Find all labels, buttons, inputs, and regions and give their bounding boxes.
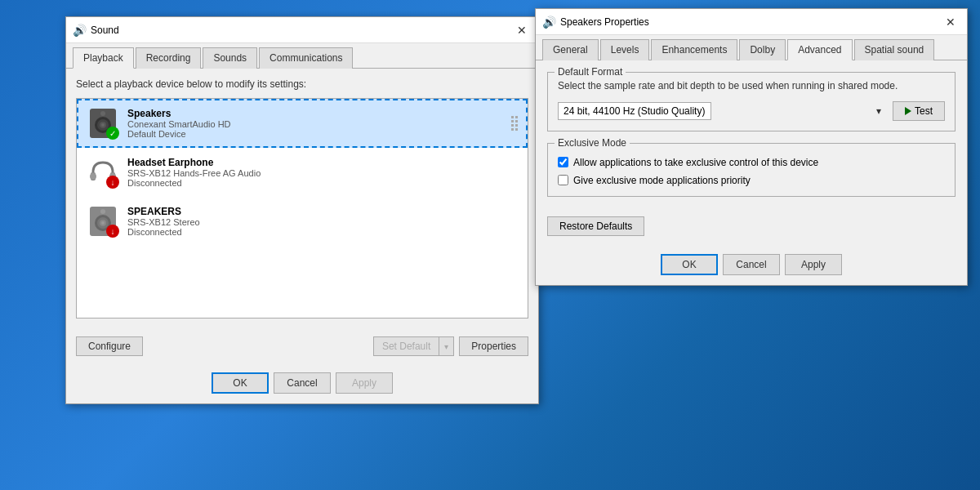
exclusive-mode-group: Exclusive Mode Allow applications to tak…: [547, 143, 956, 197]
device-info-speakers2: SPEAKERS SRS-XB12 Stereo Disconnected: [127, 206, 518, 237]
speakers-window-icon: 🔊: [542, 16, 555, 29]
set-default-group: Set Default ▾: [373, 336, 454, 356]
restore-defaults-button[interactable]: Restore Defaults: [547, 216, 644, 236]
test-label: Test: [915, 105, 933, 117]
speaker2-icon-container: ↓: [87, 205, 119, 238]
play-icon: [905, 107, 911, 115]
device-status-headset: Disconnected: [127, 178, 518, 188]
device-status-speakers2: Disconnected: [127, 227, 518, 237]
svg-point-15: [100, 209, 105, 214]
tab-spatial-sound[interactable]: Spatial sound: [854, 39, 935, 60]
default-format-title: Default Format: [555, 66, 626, 78]
drag-handle-speakers: [511, 116, 518, 131]
speakers-titlebar: 🔊 Speakers Properties ✕: [536, 9, 967, 35]
allow-exclusive-row: Allow applications to take exclusive con…: [558, 157, 945, 168]
sound-titlebar: 🔊 Sound ✕: [66, 17, 538, 43]
tab-playback[interactable]: Playback: [73, 47, 134, 69]
speakers-cancel-button[interactable]: Cancel: [723, 254, 780, 275]
sound-apply-button[interactable]: Apply: [336, 372, 393, 394]
default-format-description: Select the sample rate and bit depth to …: [558, 79, 945, 93]
device-name-headset: Headset Earphone: [127, 157, 518, 168]
svg-point-5: [100, 111, 105, 116]
allow-exclusive-label: Allow applications to take exclusive con…: [573, 157, 818, 168]
give-priority-checkbox[interactable]: [558, 175, 568, 185]
status-badge-headset: ↓: [106, 176, 119, 189]
format-select-wrapper: 16 bit, 44100 Hz (CD Quality) 24 bit, 44…: [558, 102, 886, 120]
format-row: 16 bit, 44100 Hz (CD Quality) 24 bit, 44…: [558, 101, 945, 121]
device-list: ✓ Speakers Conexant SmartAudio HD Defaul…: [76, 98, 528, 318]
device-info-headset: Headset Earphone SRS-XB12 Hands-Free AG …: [127, 157, 518, 188]
speakers-ok-button[interactable]: OK: [661, 254, 718, 275]
speakers-ok-cancel-apply: OK Cancel Apply: [536, 247, 967, 285]
configure-button[interactable]: Configure: [76, 336, 143, 356]
sound-ok-cancel-apply: OK Cancel Apply: [66, 366, 538, 403]
svg-point-4: [101, 123, 105, 127]
speakers-tabs: General Levels Enhancements Dolby Advanc…: [536, 35, 967, 60]
set-default-arrow-button[interactable]: ▾: [439, 336, 454, 356]
sound-tabs: Playback Recording Sounds Communications: [66, 43, 538, 69]
tab-sounds[interactable]: Sounds: [203, 47, 257, 69]
exclusive-mode-title: Exclusive Mode: [555, 137, 630, 149]
speakers-content: Default Format Select the sample rate an…: [536, 60, 967, 247]
status-badge-green: ✓: [106, 127, 119, 140]
allow-exclusive-checkbox[interactable]: [558, 157, 568, 167]
device-sub-headset: SRS-XB12 Hands-Free AG Audio: [127, 168, 518, 178]
sound-cancel-button[interactable]: Cancel: [274, 372, 331, 394]
svg-point-14: [101, 221, 105, 225]
tab-levels[interactable]: Levels: [600, 39, 650, 60]
svg-point-8: [90, 173, 96, 180]
sound-description: Select a playback device below to modify…: [76, 78, 528, 90]
sound-window-icon: 🔊: [73, 24, 86, 37]
tab-dolby[interactable]: Dolby: [739, 39, 786, 60]
tab-general[interactable]: General: [542, 39, 599, 60]
tab-advanced[interactable]: Advanced: [787, 39, 852, 60]
give-priority-row: Give exclusive mode applications priorit…: [558, 175, 945, 186]
sound-ok-button[interactable]: OK: [212, 372, 269, 394]
device-sub-speakers2: SRS-XB12 Stereo: [127, 217, 518, 227]
status-badge-speakers2: ↓: [106, 225, 119, 238]
device-sub-speakers: Conexant SmartAudio HD: [127, 119, 503, 129]
test-button[interactable]: Test: [893, 101, 945, 121]
device-status-speakers: Default Device: [127, 129, 503, 139]
tab-recording[interactable]: Recording: [136, 47, 202, 69]
bottom-right-buttons: Set Default ▾ Properties: [373, 336, 528, 356]
headset-icon-container: ↓: [87, 156, 119, 189]
speaker-icon-container: ✓: [87, 107, 119, 140]
properties-button[interactable]: Properties: [459, 336, 528, 356]
default-format-group: Default Format Select the sample rate an…: [547, 72, 956, 131]
sound-window: 🔊 Sound ✕ Playback Recording Sounds Comm…: [65, 16, 539, 404]
device-item-speakers2[interactable]: ↓ SPEAKERS SRS-XB12 Stereo Disconnected: [77, 197, 528, 246]
device-item-headset[interactable]: ↓ Headset Earphone SRS-XB12 Hands-Free A…: [77, 148, 528, 197]
device-item-speakers[interactable]: ✓ Speakers Conexant SmartAudio HD Defaul…: [77, 99, 528, 148]
give-priority-label: Give exclusive mode applications priorit…: [573, 175, 751, 186]
sound-content: Select a playback device below to modify…: [66, 69, 538, 336]
tab-communications[interactable]: Communications: [259, 47, 353, 69]
device-name-speakers2: SPEAKERS: [127, 206, 518, 217]
set-default-button[interactable]: Set Default: [373, 336, 439, 356]
format-select[interactable]: 16 bit, 44100 Hz (CD Quality) 24 bit, 44…: [558, 102, 711, 120]
speakers-close-button[interactable]: ✕: [941, 14, 960, 30]
speakers-properties-window: 🔊 Speakers Properties ✕ General Levels E…: [535, 8, 968, 286]
sound-bottom-buttons: Configure Set Default ▾ Properties: [66, 336, 538, 366]
sound-window-title: Sound: [91, 24, 119, 36]
speakers-apply-button[interactable]: Apply: [785, 254, 842, 275]
device-info-speakers: Speakers Conexant SmartAudio HD Default …: [127, 108, 503, 139]
tab-enhancements[interactable]: Enhancements: [651, 39, 737, 60]
speakers-window-title: Speakers Properties: [560, 16, 649, 28]
device-name-speakers: Speakers: [127, 108, 503, 119]
sound-close-button[interactable]: ✕: [512, 22, 532, 38]
